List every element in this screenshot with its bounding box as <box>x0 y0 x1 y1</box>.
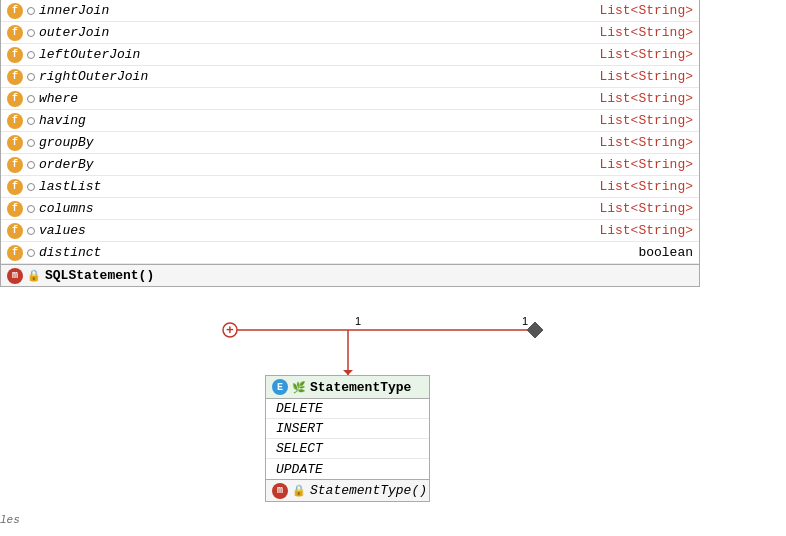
field-name: rightOuterJoin <box>39 69 599 84</box>
diagram-area: + 1 1 f innerJoin List<String> f outerJo… <box>0 0 786 536</box>
field-badge: f <box>7 25 23 41</box>
circle-dot <box>27 139 35 147</box>
enum-value: SELECT <box>266 439 429 459</box>
svg-text:1: 1 <box>522 315 528 327</box>
method-row: m 🔒 SQLStatement() <box>1 264 699 286</box>
field-name: leftOuterJoin <box>39 47 599 62</box>
field-row: f having List<String> <box>1 110 699 132</box>
field-type: List<String> <box>599 113 693 128</box>
field-name: innerJoin <box>39 3 599 18</box>
circle-dot <box>27 227 35 235</box>
method-badge: m <box>7 268 23 284</box>
field-type: boolean <box>638 245 693 260</box>
circle-dot <box>27 29 35 37</box>
enum-badge: E <box>272 379 288 395</box>
method-name: SQLStatement() <box>45 268 693 283</box>
field-row: f values List<String> <box>1 220 699 242</box>
field-type: List<String> <box>599 25 693 40</box>
enum-name: StatementType <box>310 380 411 395</box>
field-name: columns <box>39 201 599 216</box>
lock-icon: 🔒 <box>292 484 306 497</box>
circle-dot <box>27 95 35 103</box>
field-badge: f <box>7 245 23 261</box>
field-badge: f <box>7 179 23 195</box>
enum-box: E 🌿 StatementType DELETE INSERT SELECT U… <box>265 375 430 502</box>
svg-text:+: + <box>226 323 234 338</box>
svg-marker-5 <box>527 322 543 338</box>
circle-dot <box>27 117 35 125</box>
svg-point-3 <box>223 323 237 337</box>
field-row: f distinct boolean <box>1 242 699 264</box>
field-name: values <box>39 223 599 238</box>
field-name: outerJoin <box>39 25 599 40</box>
main-class-box: f innerJoin List<String> f outerJoin Lis… <box>0 0 700 287</box>
field-badge: f <box>7 47 23 63</box>
circle-dot <box>27 183 35 191</box>
enum-value: DELETE <box>266 399 429 419</box>
field-type: List<String> <box>599 201 693 216</box>
field-name: distinct <box>39 245 638 260</box>
field-badge: f <box>7 91 23 107</box>
svg-text:1: 1 <box>355 315 361 327</box>
field-type: List<String> <box>599 3 693 18</box>
field-type: List<String> <box>599 135 693 150</box>
circle-dot <box>27 7 35 15</box>
field-badge: f <box>7 201 23 217</box>
field-badge: f <box>7 3 23 19</box>
field-type: List<String> <box>599 69 693 84</box>
field-type: List<String> <box>599 223 693 238</box>
enum-header: E 🌿 StatementType <box>266 376 429 399</box>
field-badge: f <box>7 157 23 173</box>
leaf-icon: 🌿 <box>292 381 306 394</box>
field-row: f orderBy List<String> <box>1 154 699 176</box>
field-badge: f <box>7 69 23 85</box>
field-type: List<String> <box>599 91 693 106</box>
circle-dot <box>27 249 35 257</box>
enum-value: UPDATE <box>266 459 429 479</box>
circle-dot <box>27 73 35 81</box>
field-badge: f <box>7 113 23 129</box>
circle-dot <box>27 161 35 169</box>
field-row: f outerJoin List<String> <box>1 22 699 44</box>
field-badge: f <box>7 223 23 239</box>
lock-icon: 🔒 <box>27 269 41 282</box>
enum-value: INSERT <box>266 419 429 439</box>
field-name: having <box>39 113 599 128</box>
field-row: f where List<String> <box>1 88 699 110</box>
field-row: f innerJoin List<String> <box>1 0 699 22</box>
field-row: f leftOuterJoin List<String> <box>1 44 699 66</box>
field-row: f rightOuterJoin List<String> <box>1 66 699 88</box>
field-type: List<String> <box>599 47 693 62</box>
field-name: groupBy <box>39 135 599 150</box>
field-type: List<String> <box>599 157 693 172</box>
field-name: where <box>39 91 599 106</box>
enum-method-name: StatementType() <box>310 483 427 498</box>
circle-dot <box>27 51 35 59</box>
field-name: lastList <box>39 179 599 194</box>
method-badge: m <box>272 483 288 499</box>
circle-dot <box>27 205 35 213</box>
field-row: f groupBy List<String> <box>1 132 699 154</box>
field-badge: f <box>7 135 23 151</box>
field-row: f columns List<String> <box>1 198 699 220</box>
field-type: List<String> <box>599 179 693 194</box>
enum-method: m 🔒 StatementType() <box>266 479 429 501</box>
left-edge-text: les <box>0 514 20 526</box>
field-name: orderBy <box>39 157 599 172</box>
field-row: f lastList List<String> <box>1 176 699 198</box>
